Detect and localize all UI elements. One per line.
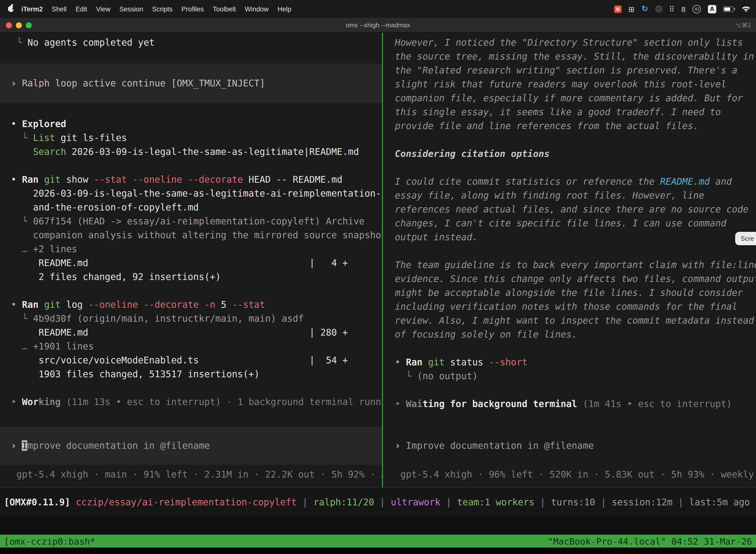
text-segment: | (297, 497, 314, 507)
text-segment: git ls-files (55, 132, 127, 143)
blank-line (383, 341, 756, 355)
menu-edit[interactable]: Edit (71, 5, 92, 13)
terminal-line: … +1901 lines (0, 340, 382, 353)
menu-toolbelt[interactable]: Toolbelt (208, 5, 240, 13)
text-segment: README.md | 4 + (11, 258, 348, 268)
text-segment: --oneline --decorate (88, 299, 199, 310)
terminal-area: └ No agents completed yet › Ralph loop a… (0, 33, 756, 488)
wifi-icon[interactable] (742, 6, 750, 12)
text-segment (39, 174, 44, 185)
battery-icon[interactable] (723, 6, 735, 12)
text-segment: • (11, 397, 22, 407)
inject-banner: › Ralph loop active continue [OMX_TMUX_I… (0, 63, 382, 103)
screen-notification-chip[interactable]: Scre (736, 232, 756, 245)
terminal-line: 2 files changed, 92 insertions(+) (0, 270, 382, 284)
text-segment: might be acceptable alongside the file l… (395, 287, 743, 298)
text-segment: --short (489, 357, 527, 367)
terminal-line: └ 067f154 (HEAD -> essay/ai-reimplementa… (0, 214, 382, 228)
menu-scripts[interactable]: Scripts (147, 5, 177, 13)
text-segment: references need actual files, and since … (395, 204, 749, 214)
menu-help[interactable]: Help (273, 5, 296, 13)
text-segment: and (710, 176, 732, 187)
minimize-button[interactable] (16, 22, 22, 28)
blank-line (0, 381, 382, 395)
text-segment: • (11, 299, 22, 310)
text-segment: the "Related research writing" section i… (395, 65, 737, 75)
terminal-line: └ List git ls-files (0, 131, 382, 145)
text-segment: git (44, 174, 61, 185)
menu-view[interactable]: View (91, 5, 115, 13)
text-segment: status (445, 357, 489, 367)
terminal-line: README.md | 4 + (0, 256, 382, 270)
text-segment (199, 299, 204, 310)
menubar-status-icons: ⊞ ↻ ⠿ 8 .61 A (614, 5, 750, 13)
text-segment: … (11, 244, 33, 254)
text-segment: └ (11, 37, 27, 48)
blank-line (383, 244, 756, 258)
text-segment: --stat (232, 299, 265, 310)
right-input-line[interactable]: › Improve documentation in @filename (383, 439, 756, 453)
text-segment: (11m 13s • esc to interrupt) (61, 397, 221, 407)
menu-profiles[interactable]: Profiles (177, 5, 208, 13)
tmux-session-label: [omx-cczip0:bash* (4, 536, 95, 546)
menu-iterm2[interactable]: iTerm2 (17, 5, 47, 13)
text-segment (422, 357, 428, 367)
dark-app-icon[interactable] (655, 5, 662, 12)
terminal-line: evidence. Since this change only affects… (383, 272, 756, 286)
text-segment: | (534, 497, 551, 507)
sync-icon[interactable]: ↻ (642, 5, 648, 13)
text-segment: review. Also, I might want to inspect th… (395, 315, 754, 326)
battery-percent-icon[interactable]: .61 (693, 5, 701, 13)
screen-recording-icon[interactable] (614, 5, 621, 13)
pane-left[interactable]: └ No agents completed yet › Ralph loop a… (0, 33, 382, 488)
menubar: iTerm2ShellEditViewSessionScriptsProfile… (0, 0, 756, 18)
waiting-status-line: • Waiting for background terminal (1m 41… (383, 397, 756, 411)
key-8-icon[interactable]: 8 (681, 5, 686, 13)
text-segment: However, I noticed the "Directory Struct… (395, 37, 743, 48)
left-input-line[interactable]: › Improve documentation in @filename (0, 439, 382, 453)
menu-window[interactable]: Window (240, 5, 273, 13)
text-segment: Ran (22, 174, 39, 185)
dots-grid-icon[interactable]: ⠿ (669, 5, 674, 13)
terminal-line: the "Related research writing" section i… (383, 63, 756, 77)
text-segment: Improve documentation in @filename (406, 440, 594, 451)
terminal-line: provide file and line references from th… (383, 119, 756, 133)
text-segment: Ran (406, 357, 423, 367)
right-terminal-content: However, I noticed the "Directory Struct… (383, 36, 756, 411)
terminal-line: essay file, along with finding root file… (383, 189, 756, 203)
text-segment: king (39, 397, 61, 407)
text-segment: +1901 lines (33, 341, 94, 351)
text-segment: Considering citation options (395, 149, 550, 159)
text-segment: essay file, along with finding root file… (395, 190, 704, 201)
terminal-line: However, I noticed the "Directory Struct… (383, 36, 756, 50)
text-segment: Explored (22, 119, 66, 129)
terminal-line: README.md | 280 + (0, 326, 382, 340)
omx-turns: turns:10 (551, 497, 595, 507)
close-button[interactable] (6, 22, 12, 28)
text-segment: List (33, 132, 55, 143)
traffic-lights (0, 22, 32, 28)
menu-shell[interactable]: Shell (47, 5, 71, 13)
text-segment: › (11, 78, 22, 88)
menu-session[interactable]: Session (115, 5, 147, 13)
text-segment: including verification notes with those … (395, 301, 737, 312)
left-prompt-input[interactable]: › Improve documentation in @filename (0, 427, 382, 465)
window-grid-icon[interactable]: ⊞ (628, 5, 634, 13)
omx-line: [OMX#0.11.9] cczip/essay/ai-reimplementa… (0, 495, 750, 509)
input-source-icon[interactable]: A (708, 5, 716, 13)
text-segment: of focusing solely on file lines. (395, 329, 577, 340)
text-segment: Wor (22, 397, 39, 407)
terminal-line: • Ran git log --oneline --decorate -n 5 … (0, 298, 382, 312)
blank-line (383, 133, 756, 147)
terminal-line: └ No agents completed yet (0, 36, 382, 50)
window-titlebar[interactable]: omx --xhigh --madmax ⌥⌘1 (0, 18, 756, 33)
text-segment: • (395, 357, 406, 367)
zoom-button[interactable] (26, 22, 32, 28)
right-prompt-input[interactable]: › Improve documentation in @filename (383, 427, 756, 465)
terminal-line: review. Also, I might want to inspect th… (383, 314, 756, 328)
text-segment: 2026-03-09-is-legal-the-same-as-legitima… (66, 147, 359, 157)
apple-menu-icon[interactable] (8, 6, 14, 12)
terminal-line: 1903 files changed, 513517 insertions(+) (0, 367, 382, 381)
pane-right[interactable]: However, I noticed the "Directory Struct… (383, 33, 756, 488)
text-segment: README.md | 280 + (11, 327, 348, 338)
